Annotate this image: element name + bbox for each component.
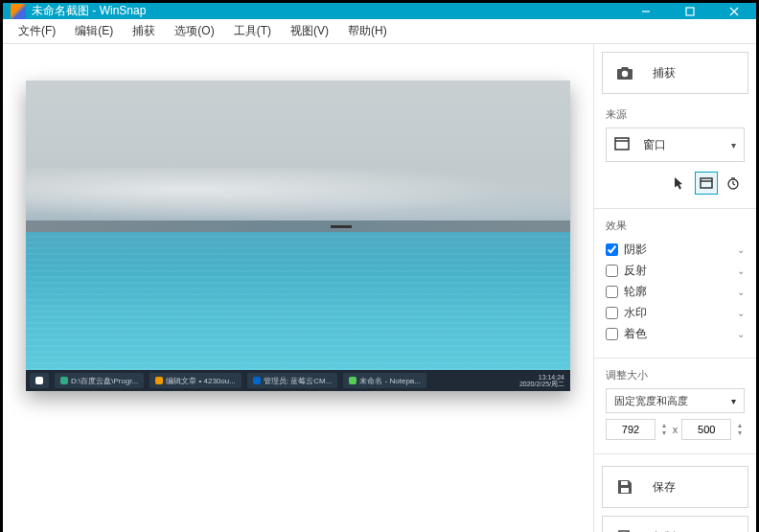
svg-point-4 xyxy=(622,71,628,77)
fx-outline[interactable]: 轮廓⌄ xyxy=(606,281,745,302)
screenshot-preview[interactable]: D:\百度云盘\Progr... 编辑文章 • 4230ou... 管理员: 蓝… xyxy=(26,81,570,391)
save-button[interactable]: 保存 xyxy=(602,466,748,508)
width-spinner[interactable]: ▴▾ xyxy=(659,422,669,437)
chevron-down-icon[interactable]: ⌄ xyxy=(737,287,745,297)
captured-clock: 13:14:24 2020/2/25/周二 xyxy=(519,374,566,387)
svg-rect-14 xyxy=(621,488,629,493)
captured-taskbar: D:\百度云盘\Progr... 编辑文章 • 4230ou... 管理员: 蓝… xyxy=(26,370,570,391)
height-input[interactable] xyxy=(681,419,731,440)
width-input[interactable] xyxy=(606,419,656,440)
chevron-down-icon: ▾ xyxy=(731,140,736,150)
app-window: 未命名截图 - WinSnap 文件(F) 编辑(E) 捕获 选项(O) 工具(… xyxy=(0,0,759,532)
menu-help[interactable]: 帮助(H) xyxy=(338,19,397,43)
close-button[interactable] xyxy=(712,3,756,19)
window-mode-button[interactable] xyxy=(695,172,718,195)
resize-title: 调整大小 xyxy=(606,368,745,382)
svg-rect-1 xyxy=(686,8,694,15)
copy-label: 复制 xyxy=(653,529,676,533)
horizon xyxy=(26,220,570,232)
fx-watermark[interactable]: 水印⌄ xyxy=(606,302,745,323)
maximize-button[interactable] xyxy=(668,3,712,19)
fx-shadow-check[interactable] xyxy=(606,243,618,256)
fx-watermark-check[interactable] xyxy=(606,307,618,319)
source-value: 窗口 xyxy=(643,137,666,153)
start-button xyxy=(30,373,49,388)
fx-tint[interactable]: 着色⌄ xyxy=(606,323,745,344)
window-buttons xyxy=(624,3,756,19)
window-icon xyxy=(614,137,630,153)
chevron-down-icon[interactable]: ⌄ xyxy=(737,329,745,339)
times-icon: x xyxy=(673,424,678,435)
fx-tint-check[interactable] xyxy=(606,328,618,340)
svg-line-11 xyxy=(733,184,735,185)
source-mode-row xyxy=(606,172,745,195)
height-spinner[interactable]: ▴▾ xyxy=(735,422,745,437)
effects-title: 效果 xyxy=(606,219,745,233)
source-title: 来源 xyxy=(606,107,745,122)
source-dropdown[interactable]: 窗口 ▾ xyxy=(606,127,745,162)
fx-shadow[interactable]: 阴影⌄ xyxy=(606,239,745,260)
menu-view[interactable]: 视图(V) xyxy=(281,19,338,43)
task-item: 管理员: 蓝莓云CM... xyxy=(247,373,338,388)
pointer-mode-button[interactable] xyxy=(668,172,691,195)
chevron-down-icon[interactable]: ⌄ xyxy=(737,244,745,255)
body: D:\百度云盘\Progr... 编辑文章 • 4230ou... 管理员: 蓝… xyxy=(3,44,756,532)
save-label: 保存 xyxy=(653,479,676,496)
resize-section: 调整大小 固定宽度和高度 ▾ ▴▾ x ▴▾ xyxy=(594,362,756,450)
titlebar: 未命名截图 - WinSnap xyxy=(3,3,756,19)
resize-mode-dropdown[interactable]: 固定宽度和高度 ▾ xyxy=(606,388,745,413)
copy-button[interactable]: 复制 xyxy=(602,516,748,532)
side-panel: 捕获 来源 窗口 ▾ 效果 阴影⌄ 反射⌄ xyxy=(593,44,756,532)
task-item: D:\百度云盘\Progr... xyxy=(55,373,144,388)
copy-icon xyxy=(614,528,635,532)
fx-reflect[interactable]: 反射⌄ xyxy=(606,260,745,281)
window-title: 未命名截图 - WinSnap xyxy=(32,3,624,19)
water xyxy=(26,236,570,370)
fx-reflect-check[interactable] xyxy=(606,265,618,277)
chevron-down-icon[interactable]: ⌄ xyxy=(737,266,745,276)
menu-capture[interactable]: 捕获 xyxy=(123,19,165,43)
chevron-down-icon[interactable]: ⌄ xyxy=(737,308,745,318)
fx-outline-check[interactable] xyxy=(606,286,618,298)
source-section: 来源 窗口 ▾ xyxy=(594,102,756,204)
task-item: 编辑文章 • 4230ou... xyxy=(150,373,242,388)
save-icon xyxy=(614,478,635,496)
timer-mode-button[interactable] xyxy=(722,172,745,195)
capture-button[interactable]: 捕获 xyxy=(602,52,748,94)
app-icon xyxy=(11,4,26,19)
menu-edit[interactable]: 编辑(E) xyxy=(65,19,123,43)
minimize-button[interactable] xyxy=(624,3,668,19)
canvas-area: D:\百度云盘\Progr... 编辑文章 • 4230ou... 管理员: 蓝… xyxy=(3,44,593,532)
task-item: 未命名 - Notepa... xyxy=(343,373,426,388)
menu-options[interactable]: 选项(O) xyxy=(165,19,223,43)
sky-clouds xyxy=(26,168,570,223)
chevron-down-icon: ▾ xyxy=(731,396,736,406)
svg-rect-5 xyxy=(615,138,629,150)
svg-rect-13 xyxy=(621,481,628,485)
camera-icon xyxy=(614,65,635,81)
capture-label: 捕获 xyxy=(653,65,676,81)
effects-section: 效果 阴影⌄ 反射⌄ 轮廓⌄ 水印⌄ 着色⌄ xyxy=(594,213,756,354)
svg-rect-7 xyxy=(701,178,712,188)
menu-tools[interactable]: 工具(T) xyxy=(224,19,281,43)
menu-file[interactable]: 文件(F) xyxy=(9,19,65,43)
boat xyxy=(331,225,352,228)
dimensions-row: ▴▾ x ▴▾ xyxy=(606,419,745,440)
menubar: 文件(F) 编辑(E) 捕获 选项(O) 工具(T) 视图(V) 帮助(H) xyxy=(3,19,756,44)
